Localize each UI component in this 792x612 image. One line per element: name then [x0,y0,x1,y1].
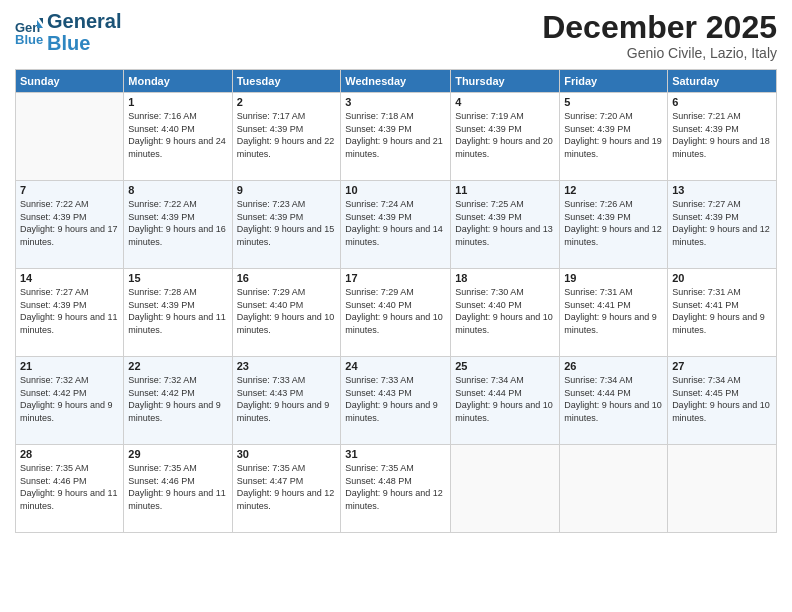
sunset-text: Sunset: 4:39 PM [20,300,87,310]
day-cell [668,445,777,533]
sunrise-text: Sunrise: 7:28 AM [128,287,197,297]
col-friday: Friday [560,70,668,93]
day-info: Sunrise: 7:25 AM Sunset: 4:39 PM Dayligh… [455,198,555,248]
daylight-text: Daylight: 9 hours and 11 minutes. [20,488,118,511]
daylight-text: Daylight: 9 hours and 10 minutes. [564,400,662,423]
day-info: Sunrise: 7:22 AM Sunset: 4:39 PM Dayligh… [20,198,119,248]
day-info: Sunrise: 7:22 AM Sunset: 4:39 PM Dayligh… [128,198,227,248]
sunrise-text: Sunrise: 7:25 AM [455,199,524,209]
sunset-text: Sunset: 4:47 PM [237,476,304,486]
col-wednesday: Wednesday [341,70,451,93]
sunset-text: Sunset: 4:39 PM [564,212,631,222]
daylight-text: Daylight: 9 hours and 21 minutes. [345,136,443,159]
day-cell: 10 Sunrise: 7:24 AM Sunset: 4:39 PM Dayl… [341,181,451,269]
day-number: 29 [128,448,227,460]
month-title: December 2025 [542,10,777,45]
sunrise-text: Sunrise: 7:32 AM [20,375,89,385]
sunset-text: Sunset: 4:45 PM [672,388,739,398]
day-info: Sunrise: 7:34 AM Sunset: 4:45 PM Dayligh… [672,374,772,424]
sunrise-text: Sunrise: 7:34 AM [564,375,633,385]
sunrise-text: Sunrise: 7:22 AM [128,199,197,209]
day-info: Sunrise: 7:17 AM Sunset: 4:39 PM Dayligh… [237,110,337,160]
day-number: 18 [455,272,555,284]
day-number: 21 [20,360,119,372]
logo: Gen Blue General Blue [15,10,121,54]
day-number: 10 [345,184,446,196]
daylight-text: Daylight: 9 hours and 9 minutes. [345,400,438,423]
daylight-text: Daylight: 9 hours and 9 minutes. [20,400,113,423]
sunrise-text: Sunrise: 7:31 AM [672,287,741,297]
sunrise-text: Sunrise: 7:35 AM [128,463,197,473]
sunset-text: Sunset: 4:42 PM [128,388,195,398]
daylight-text: Daylight: 9 hours and 10 minutes. [455,400,553,423]
daylight-text: Daylight: 9 hours and 12 minutes. [672,224,770,247]
day-cell: 27 Sunrise: 7:34 AM Sunset: 4:45 PM Dayl… [668,357,777,445]
day-cell [451,445,560,533]
daylight-text: Daylight: 9 hours and 12 minutes. [564,224,662,247]
day-number: 26 [564,360,663,372]
daylight-text: Daylight: 9 hours and 22 minutes. [237,136,335,159]
col-monday: Monday [124,70,232,93]
calendar-header: Sunday Monday Tuesday Wednesday Thursday… [16,70,777,93]
daylight-text: Daylight: 9 hours and 14 minutes. [345,224,443,247]
sunset-text: Sunset: 4:42 PM [20,388,87,398]
day-cell [560,445,668,533]
day-number: 12 [564,184,663,196]
daylight-text: Daylight: 9 hours and 9 minutes. [564,312,657,335]
day-cell: 22 Sunrise: 7:32 AM Sunset: 4:42 PM Dayl… [124,357,232,445]
sunset-text: Sunset: 4:44 PM [455,388,522,398]
day-number: 22 [128,360,227,372]
daylight-text: Daylight: 9 hours and 15 minutes. [237,224,335,247]
day-number: 30 [237,448,337,460]
sunset-text: Sunset: 4:39 PM [455,124,522,134]
sunrise-text: Sunrise: 7:30 AM [455,287,524,297]
sunset-text: Sunset: 4:39 PM [20,212,87,222]
sunrise-text: Sunrise: 7:29 AM [345,287,414,297]
sunrise-text: Sunrise: 7:22 AM [20,199,89,209]
day-info: Sunrise: 7:16 AM Sunset: 4:40 PM Dayligh… [128,110,227,160]
sunset-text: Sunset: 4:40 PM [455,300,522,310]
day-info: Sunrise: 7:24 AM Sunset: 4:39 PM Dayligh… [345,198,446,248]
daylight-text: Daylight: 9 hours and 12 minutes. [345,488,443,511]
sunset-text: Sunset: 4:39 PM [128,212,195,222]
col-sunday: Sunday [16,70,124,93]
sunset-text: Sunset: 4:48 PM [345,476,412,486]
sunset-text: Sunset: 4:39 PM [128,300,195,310]
day-info: Sunrise: 7:31 AM Sunset: 4:41 PM Dayligh… [672,286,772,336]
logo-blue: Blue [47,32,90,54]
header-row: Sunday Monday Tuesday Wednesday Thursday… [16,70,777,93]
day-info: Sunrise: 7:33 AM Sunset: 4:43 PM Dayligh… [345,374,446,424]
daylight-text: Daylight: 9 hours and 17 minutes. [20,224,118,247]
title-area: December 2025 Genio Civile, Lazio, Italy [542,10,777,61]
day-cell: 30 Sunrise: 7:35 AM Sunset: 4:47 PM Dayl… [232,445,341,533]
day-info: Sunrise: 7:34 AM Sunset: 4:44 PM Dayligh… [455,374,555,424]
day-cell: 17 Sunrise: 7:29 AM Sunset: 4:40 PM Dayl… [341,269,451,357]
sunset-text: Sunset: 4:40 PM [128,124,195,134]
day-info: Sunrise: 7:35 AM Sunset: 4:47 PM Dayligh… [237,462,337,512]
sunrise-text: Sunrise: 7:16 AM [128,111,197,121]
sunset-text: Sunset: 4:44 PM [564,388,631,398]
sunrise-text: Sunrise: 7:33 AM [345,375,414,385]
sunrise-text: Sunrise: 7:35 AM [345,463,414,473]
day-info: Sunrise: 7:32 AM Sunset: 4:42 PM Dayligh… [20,374,119,424]
day-number: 16 [237,272,337,284]
sunset-text: Sunset: 4:43 PM [345,388,412,398]
logo-icon: Gen Blue [15,18,43,46]
day-cell: 12 Sunrise: 7:26 AM Sunset: 4:39 PM Dayl… [560,181,668,269]
day-number: 15 [128,272,227,284]
sunrise-text: Sunrise: 7:18 AM [345,111,414,121]
day-cell: 26 Sunrise: 7:34 AM Sunset: 4:44 PM Dayl… [560,357,668,445]
day-cell: 18 Sunrise: 7:30 AM Sunset: 4:40 PM Dayl… [451,269,560,357]
day-info: Sunrise: 7:26 AM Sunset: 4:39 PM Dayligh… [564,198,663,248]
day-cell: 19 Sunrise: 7:31 AM Sunset: 4:41 PM Dayl… [560,269,668,357]
sunset-text: Sunset: 4:43 PM [237,388,304,398]
daylight-text: Daylight: 9 hours and 10 minutes. [672,400,770,423]
day-info: Sunrise: 7:19 AM Sunset: 4:39 PM Dayligh… [455,110,555,160]
day-number: 1 [128,96,227,108]
daylight-text: Daylight: 9 hours and 9 minutes. [128,400,221,423]
sunrise-text: Sunrise: 7:35 AM [237,463,306,473]
day-info: Sunrise: 7:21 AM Sunset: 4:39 PM Dayligh… [672,110,772,160]
day-number: 24 [345,360,446,372]
sunrise-text: Sunrise: 7:21 AM [672,111,741,121]
calendar-table: Sunday Monday Tuesday Wednesday Thursday… [15,69,777,533]
